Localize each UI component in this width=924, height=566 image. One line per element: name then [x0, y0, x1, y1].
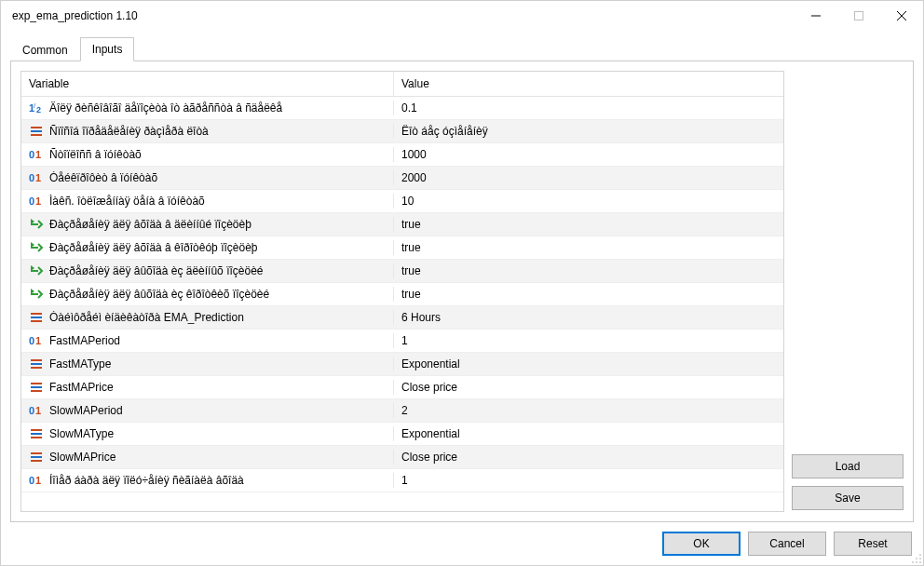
variable-label: FastMAPrice — [49, 381, 114, 394]
reset-button[interactable]: Reset — [834, 532, 912, 556]
enum-type-icon — [29, 426, 44, 441]
table-row[interactable]: Ðàçðåøåíèÿ äëÿ âõîäà â êîðîòêóþ ïîçèöèþt… — [21, 236, 783, 260]
close-button[interactable] — [880, 1, 923, 31]
table-row[interactable]: 1/2Äîëÿ ðèñêîâîãî äåïîçèòà îò àãðåññòà â… — [21, 97, 783, 120]
value-cell[interactable]: true — [394, 218, 783, 231]
int-type-icon: 01 — [29, 473, 44, 488]
tab-strip: Common Inputs — [10, 36, 914, 61]
enum-type-icon — [29, 450, 44, 465]
variable-label: FastMAType — [49, 357, 111, 371]
value-cell[interactable]: Close price — [394, 381, 783, 394]
window-controls — [795, 1, 923, 31]
ok-button[interactable]: OK — [662, 532, 741, 556]
column-header-variable[interactable]: Variable — [21, 72, 394, 96]
column-header-value[interactable]: Value — [394, 72, 783, 96]
int-type-icon: 01 — [29, 403, 44, 418]
svg-text:0: 0 — [29, 149, 34, 160]
variable-cell: 01Ñòîïëîññ â ïóíêòàõ — [21, 147, 394, 162]
variable-cell: SlowMAType — [21, 426, 394, 441]
table-row[interactable]: Òàéìôðåéì èíäèêàòîðà EMA_Prediction6 Hou… — [21, 306, 783, 330]
bool-type-icon — [29, 240, 44, 255]
load-button[interactable]: Load — [792, 454, 904, 478]
variable-cell: Òàéìôðåéì èíäèêàòîðà EMA_Prediction — [21, 310, 394, 325]
tab-common[interactable]: Common — [10, 38, 80, 61]
svg-text:2: 2 — [36, 105, 41, 115]
variable-cell: SlowMAPrice — [21, 450, 394, 465]
value-cell[interactable]: 6 Hours — [394, 311, 783, 324]
half-type-icon: 1/2 — [29, 101, 44, 115]
variable-cell: Ðàçðåøåíèÿ äëÿ âûõîäà èç äëèííûõ ïîçèöèé — [21, 263, 394, 278]
table-row[interactable]: Ñïîñîá îïðåäåëåíèÿ ðàçìåðà ëîòàËîò áåç ó… — [21, 120, 783, 143]
value-cell[interactable]: true — [394, 288, 783, 301]
value-cell[interactable]: 1 — [394, 334, 783, 347]
value-cell[interactable]: Exponential — [394, 357, 783, 371]
table-row[interactable]: FastMATypeExponential — [21, 353, 783, 376]
side-buttons: Load Save — [792, 71, 904, 512]
maximize-button — [837, 1, 880, 31]
table-row[interactable]: 01Òåéêïðîôèò â ïóíêòàõ2000 — [21, 167, 783, 190]
variable-cell: 01Ìàêñ. îòëîæåííàÿ öåíà â ïóíêòàõ — [21, 194, 394, 209]
table-row[interactable]: 01Ñòîïëîññ â ïóíêòàõ1000 — [21, 143, 783, 167]
value-cell[interactable]: 10 — [394, 195, 783, 208]
variable-label: SlowMAType — [49, 427, 114, 440]
table-row[interactable]: 01SlowMAPeriod2 — [21, 399, 783, 423]
svg-point-37 — [919, 554, 921, 556]
enum-type-icon — [29, 357, 44, 371]
window-title: exp_ema_prediction 1.10 — [12, 9, 138, 22]
variable-label: Òàéìôðåéì èíäèêàòîðà EMA_Prediction — [49, 311, 244, 324]
variable-label: Ðàçðåøåíèÿ äëÿ âûõîäà èç êîðîòêèõ ïîçèöè… — [49, 288, 269, 301]
cancel-button[interactable]: Cancel — [748, 532, 826, 556]
minimize-button[interactable] — [795, 1, 837, 31]
svg-text:0: 0 — [29, 335, 34, 346]
value-cell[interactable]: Ëîò áåç óçìåíåíèÿ — [394, 125, 783, 138]
value-cell[interactable]: 0.1 — [394, 101, 783, 115]
variable-cell: Ñïîñîá îïðåäåëåíèÿ ðàçìåðà ëîòà — [21, 124, 394, 139]
variable-cell: 01SlowMAPeriod — [21, 403, 394, 418]
bool-type-icon — [29, 217, 44, 232]
dialog-window: exp_ema_prediction 1.10 Common Inputs Va… — [0, 0, 924, 566]
variable-label: Ìàêñ. îòëîæåííàÿ öåíà â ïóíêòàõ — [49, 195, 205, 208]
variable-label: FastMAPeriod — [49, 334, 120, 347]
value-cell[interactable]: 1 — [394, 474, 783, 487]
value-cell[interactable]: Exponential — [394, 427, 783, 440]
dialog-footer: OK Cancel Reset — [1, 522, 923, 565]
save-button[interactable]: Save — [792, 486, 904, 510]
resize-grip-icon — [911, 553, 922, 564]
table-row[interactable]: FastMAPriceClose price — [21, 376, 783, 399]
enum-type-icon — [29, 310, 44, 325]
value-cell[interactable]: 1000 — [394, 148, 783, 161]
table-row[interactable]: Ðàçðåøåíèÿ äëÿ âûõîäà èç äëèííûõ ïîçèöèé… — [21, 260, 783, 283]
title-bar: exp_ema_prediction 1.10 — [1, 1, 923, 31]
grid-header: Variable Value — [21, 72, 783, 97]
svg-point-38 — [916, 558, 917, 559]
variable-label: Äîëÿ ðèñêîâîãî äåïîçèòà îò àãðåññòà â ñä… — [49, 101, 282, 115]
svg-text:0: 0 — [29, 172, 34, 183]
svg-text:0: 0 — [29, 195, 34, 207]
variable-cell: 01Íîìåð áàðà äëÿ ïîëó÷åíèÿ ñèãíàëà âõîäà — [21, 473, 394, 488]
value-cell[interactable]: Close price — [394, 451, 783, 464]
table-row[interactable]: SlowMAPriceClose price — [21, 446, 783, 469]
table-row[interactable]: 01Íîìåð áàðà äëÿ ïîëó÷åíèÿ ñèãíàëà âõîäà… — [21, 469, 783, 492]
variable-label: Òåéêïðîôèò â ïóíêòàõ — [49, 171, 157, 184]
value-cell[interactable]: true — [394, 241, 783, 254]
table-row[interactable]: Ðàçðåøåíèÿ äëÿ âûõîäà èç êîðîòêèõ ïîçèöè… — [21, 283, 783, 306]
variable-cell: Ðàçðåøåíèÿ äëÿ âõîäà â êîðîòêóþ ïîçèöèþ — [21, 240, 394, 255]
svg-point-41 — [916, 561, 917, 563]
table-row[interactable]: SlowMATypeExponential — [21, 423, 783, 446]
variable-label: Ðàçðåøåíèÿ äëÿ âûõîäà èç äëèííûõ ïîçèöèé — [49, 264, 264, 277]
table-row[interactable]: 01Ìàêñ. îòëîæåííàÿ öåíà â ïóíêòàõ10 — [21, 190, 783, 213]
svg-point-42 — [919, 561, 921, 563]
bool-type-icon — [29, 263, 44, 278]
table-row[interactable]: 01FastMAPeriod1 — [21, 330, 783, 353]
variable-label: SlowMAPeriod — [49, 404, 123, 417]
parameters-grid[interactable]: Variable Value 1/2Äîëÿ ðèñêîâîãî äåïîçèò… — [20, 71, 784, 512]
variable-cell: FastMAType — [21, 357, 394, 371]
value-cell[interactable]: 2 — [394, 404, 783, 417]
table-row[interactable]: Ðàçðåøåíèÿ äëÿ âõîäà â äëèííûé ïîçèöèþtr… — [21, 213, 783, 236]
value-cell[interactable]: true — [394, 264, 783, 277]
tab-inputs[interactable]: Inputs — [80, 37, 135, 61]
value-cell[interactable]: 2000 — [394, 171, 783, 184]
svg-text:1: 1 — [35, 172, 41, 183]
minimize-icon — [811, 11, 821, 20]
variable-label: Ðàçðåøåíèÿ äëÿ âõîäà â êîðîòêóþ ïîçèöèþ — [49, 241, 258, 254]
